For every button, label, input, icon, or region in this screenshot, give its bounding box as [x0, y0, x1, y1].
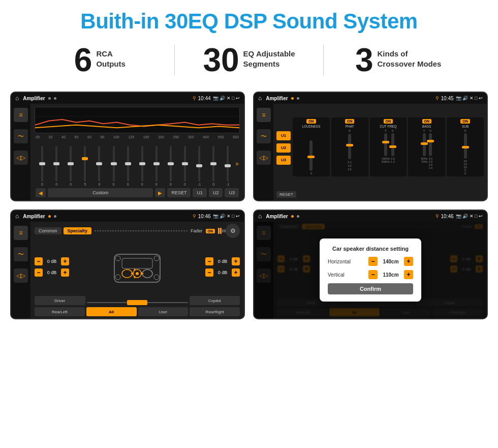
eq-u3-btn[interactable]: U3 [225, 188, 239, 197]
stat-divider-2 [323, 45, 324, 75]
sidebar-wave-btn[interactable]: 〜 [14, 129, 28, 143]
band-loudness: ON LOUDNESS 0 [293, 117, 330, 176]
eq-slider-2[interactable]: 0 [64, 146, 77, 186]
cross-btn-rearright[interactable]: RearRight [190, 307, 240, 316]
cross-dot-1 [48, 215, 51, 218]
eq-prev-btn[interactable]: ◀ [36, 188, 46, 197]
fader-bar-2 [220, 228, 222, 234]
preset-u1[interactable]: U1 [276, 131, 291, 140]
cross-btn-rearleft[interactable]: RearLeft [35, 307, 85, 316]
dialog-home-icon[interactable]: ⌂ [258, 213, 262, 220]
band-sub-on[interactable]: ON [460, 119, 470, 124]
amp2-content: ≡ 〜 ◁▷ U1 U2 U3 ON [254, 104, 487, 200]
band-phat-on[interactable]: ON [345, 119, 355, 124]
cross-settings-btn[interactable]: ⚙ [226, 224, 240, 238]
vol-plus-fr[interactable]: + [232, 257, 240, 265]
band-loudness-on[interactable]: ON [306, 119, 316, 124]
cross-content: ≡ 〜 ◁▷ Common Specialty Fader ON [11, 222, 244, 318]
cross-bottom-row2: RearLeft All User RearRight [35, 307, 240, 316]
vol-minus-rl[interactable]: − [35, 268, 43, 277]
eq-preset-label: Custom [48, 188, 153, 197]
eq-more-arrow[interactable]: » [235, 160, 239, 167]
band-sub: ON SUB G 20 15 10 5 0 [447, 117, 484, 176]
cross-status-bar: ⌂ Amplifier ⚲ 10:46 📷 🔊 ✕ □ ↩ [11, 211, 244, 222]
eq-sliders: 0 0 0 5 0 0 0 0 0 0 0 -1 0 -1 » [35, 141, 240, 186]
vol-minus-fl[interactable]: − [35, 257, 43, 265]
eq-slider-5[interactable]: 0 [107, 146, 120, 186]
amp2-dot-2 [297, 97, 299, 100]
sidebar-speaker-btn[interactable]: ◁▷ [14, 151, 28, 165]
eq-main-area: 25 32 40 50 63 80 100 125 160 200 250 32… [30, 104, 244, 200]
band-cutfreq-on[interactable]: ON [384, 119, 393, 124]
cross-sidebar-eq-btn[interactable]: ≡ [14, 226, 28, 240]
amp2-sidebar-wave-btn[interactable]: 〜 [257, 129, 271, 143]
fader-handle[interactable] [127, 300, 147, 305]
eq-slider-6[interactable]: 0 [121, 146, 135, 186]
eq-slider-0[interactable]: 0 [36, 146, 49, 186]
cross-title: Amplifier [23, 214, 45, 219]
vol-row-rr: − 0 dB + [205, 268, 240, 277]
band-sub-slider[interactable] [464, 133, 467, 159]
vol-minus-fr[interactable]: − [205, 257, 213, 265]
preset-u3[interactable]: U3 [276, 156, 291, 165]
amp2-sidebar-speaker-btn[interactable]: ◁▷ [257, 151, 271, 165]
location-icon: ⚲ [193, 96, 196, 101]
dialog-confirm-btn[interactable]: Confirm [328, 283, 413, 294]
dialog-vertical-plus[interactable]: + [404, 270, 413, 279]
cross-btn-all[interactable]: All [86, 307, 137, 316]
eq-slider-11[interactable]: -1 [193, 146, 206, 186]
stat-text-crossover: Kinds ofCrossover Modes [378, 44, 442, 69]
stat-crossover: 3 Kinds ofCrossover Modes [329, 44, 468, 76]
svg-rect-4 [122, 258, 152, 268]
amp2-bands: ON LOUDNESS 0 ON PHAT G [293, 117, 484, 176]
vol-row-fr: − 0 dB + [205, 257, 240, 265]
preset-u2[interactable]: U2 [276, 143, 291, 153]
band-bass-on[interactable]: ON [422, 119, 432, 124]
eq-reset-btn[interactable]: RESET [167, 188, 191, 197]
band-loudness-slider[interactable] [309, 140, 313, 171]
eq-next-btn[interactable]: ▶ [155, 188, 165, 197]
amp2-reset-btn[interactable]: RESET [276, 191, 296, 198]
eq-slider-1[interactable]: 0 [50, 146, 63, 186]
band-cutfreq-slider-g[interactable] [391, 133, 394, 156]
amp2-status-icons: 📷 🔊 ✕ □ ↩ [456, 96, 483, 101]
cross-tabs: Common Specialty [35, 227, 91, 234]
eq-slider-8[interactable]: 0 [150, 146, 163, 186]
cross-tab-common[interactable]: Common [35, 227, 61, 234]
vol-plus-fl[interactable]: + [61, 257, 69, 265]
eq-slider-10[interactable]: 0 [178, 146, 192, 186]
band-bass-slider-g[interactable] [429, 133, 432, 156]
band-cutfreq-slider-f[interactable] [384, 133, 387, 156]
dialog-horizontal-minus[interactable]: − [368, 257, 378, 266]
cross-sidebar-speaker-btn[interactable]: ◁▷ [14, 268, 28, 283]
cross-btn-copilot[interactable]: Copilot [190, 296, 240, 305]
eq-slider-13[interactable]: -1 [221, 146, 234, 186]
cross-btn-driver[interactable]: Driver [35, 296, 85, 305]
cross-home-icon[interactable]: ⌂ [15, 213, 19, 220]
eq-u1-btn[interactable]: U1 [193, 188, 207, 197]
amp2-sidebar-eq-btn[interactable]: ≡ [257, 108, 271, 122]
fader-on-btn[interactable]: ON [206, 229, 215, 233]
dialog-horizontal-label: Horizontal [328, 259, 365, 264]
band-bass-slider-f[interactable] [423, 133, 426, 156]
vol-minus-rr[interactable]: − [205, 268, 213, 277]
eq-slider-3[interactable]: 5 [78, 146, 91, 186]
sidebar-eq-btn[interactable]: ≡ [14, 108, 28, 122]
eq-slider-4[interactable]: 0 [92, 146, 106, 186]
vol-plus-rl[interactable]: + [61, 268, 69, 277]
dialog-content: ≡ 〜 ◁▷ Common Specialty Fader ON − [254, 222, 487, 318]
eq-slider-7[interactable]: 0 [136, 146, 149, 186]
cross-tab-specialty[interactable]: Specialty [64, 227, 92, 234]
dialog-vertical-minus[interactable]: − [368, 270, 378, 279]
eq-u2-btn[interactable]: U2 [209, 188, 223, 197]
cross-btn-user[interactable]: User [138, 307, 189, 316]
amp2-home-icon[interactable]: ⌂ [258, 95, 262, 102]
eq-slider-9[interactable]: 0 [164, 146, 177, 186]
band-phat-slider-g[interactable] [348, 134, 351, 159]
dialog-horizontal-plus[interactable]: + [404, 257, 413, 266]
eq-slider-12[interactable]: 0 [207, 146, 220, 186]
vol-plus-rr[interactable]: + [232, 268, 240, 277]
cross-sidebar-wave-btn[interactable]: 〜 [14, 247, 28, 261]
home-icon[interactable]: ⌂ [15, 95, 19, 102]
vol-value-rl: 0 dB [45, 270, 59, 275]
